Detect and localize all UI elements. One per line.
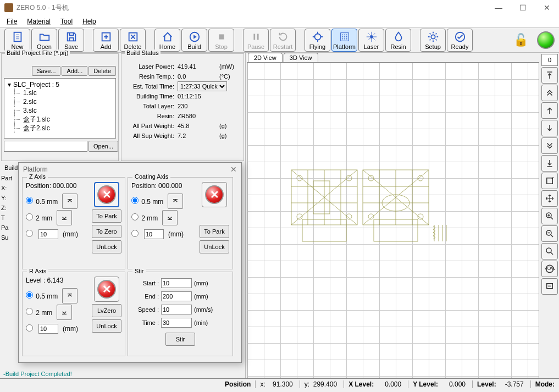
svg-text:NOW: NOW bbox=[545, 266, 555, 271]
laser-button[interactable]: Laser bbox=[358, 29, 384, 52]
bpf-open-button[interactable]: Open... bbox=[88, 141, 118, 152]
stop-button[interactable]: Stop bbox=[208, 29, 234, 52]
project-tree[interactable]: ▾SLC_Project : 5 1.slc 2.slc 3.slc 盒子1.s… bbox=[4, 78, 116, 139]
new-button[interactable]: New bbox=[4, 29, 30, 52]
menu-material[interactable]: Material bbox=[23, 16, 55, 26]
minimize-button[interactable]: — bbox=[491, 3, 506, 12]
c-unlock-button[interactable]: UnLock bbox=[200, 240, 229, 253]
z-custom-input[interactable] bbox=[38, 229, 58, 239]
z-unlock-button[interactable]: UnLock bbox=[92, 240, 121, 253]
z-opt-2[interactable]: 2 mm bbox=[26, 213, 52, 222]
r-opt-2[interactable]: 2 mm bbox=[26, 308, 52, 317]
dialog-close-button[interactable]: ✕ bbox=[230, 165, 237, 174]
r-stop-button[interactable]: ✕ bbox=[94, 277, 119, 302]
flying-button[interactable]: Flying bbox=[305, 29, 330, 52]
build-status-panel: Build Status Laser Power:419.41(mW) Resi… bbox=[121, 53, 244, 161]
z-up-button[interactable] bbox=[62, 194, 78, 209]
app-title: ZERO 5.0 - 1号机 bbox=[16, 3, 491, 13]
c-opt-05[interactable]: 0.5 mm bbox=[131, 197, 163, 206]
z-opt-custom[interactable] bbox=[26, 230, 34, 239]
z-topark-button[interactable]: To Park bbox=[92, 209, 121, 223]
status-led bbox=[537, 31, 555, 49]
log-button[interactable] bbox=[541, 278, 558, 295]
stir-speed-input[interactable] bbox=[161, 305, 192, 314]
page-down-button[interactable] bbox=[541, 137, 558, 154]
fit-button[interactable] bbox=[541, 173, 558, 189]
view-toolbar: NOW bbox=[540, 53, 559, 378]
r-up-button[interactable] bbox=[62, 288, 78, 303]
c-up-button[interactable] bbox=[168, 194, 183, 209]
setup-button[interactable]: Setup bbox=[420, 29, 446, 52]
r-custom-input[interactable] bbox=[38, 324, 58, 334]
bpf-delete-button[interactable]: Delete bbox=[88, 66, 116, 76]
c-custom-input[interactable] bbox=[144, 229, 164, 239]
stir-time-input[interactable] bbox=[161, 318, 192, 328]
c-stop-button[interactable]: ✕ bbox=[202, 182, 227, 207]
r-unlock-button[interactable]: UnLock bbox=[92, 319, 121, 333]
add-button[interactable]: Add bbox=[93, 29, 119, 52]
tab-2d-view[interactable]: 2D View bbox=[248, 53, 283, 62]
build-button[interactable]: Build bbox=[181, 29, 207, 52]
z-stop-button[interactable]: ✕ bbox=[94, 182, 119, 207]
delete-button[interactable]: Delete bbox=[120, 29, 146, 52]
platform-button[interactable]: Platform bbox=[331, 29, 357, 52]
c-opt-2[interactable]: 2 mm bbox=[131, 213, 158, 222]
stir-group: Stir Start :(mm) End :(mm) Speed :(mm/s)… bbox=[128, 272, 233, 356]
z-tozero-button[interactable]: To Zero bbox=[92, 225, 121, 238]
open-path-input[interactable] bbox=[4, 141, 87, 152]
close-button[interactable]: ✕ bbox=[539, 3, 555, 12]
zoom-reset-button[interactable] bbox=[541, 243, 558, 260]
svg-point-11 bbox=[346, 34, 347, 35]
menu-tool[interactable]: Tool bbox=[56, 16, 77, 26]
bpf-add-button[interactable]: Add... bbox=[62, 66, 87, 76]
menu-file[interactable]: File bbox=[2, 16, 21, 26]
z-down-button[interactable] bbox=[57, 210, 72, 225]
menu-help[interactable]: Help bbox=[78, 16, 101, 26]
tab-3d-view[interactable]: 3D View bbox=[284, 53, 318, 62]
est-time-select[interactable]: 1:27:33 Quick bbox=[178, 81, 227, 91]
stir-button[interactable]: Stir bbox=[165, 333, 195, 346]
goto-bottom-button[interactable] bbox=[541, 155, 558, 172]
c-opt-custom[interactable] bbox=[131, 230, 140, 239]
up-button[interactable] bbox=[541, 102, 558, 119]
home-button[interactable]: Home bbox=[154, 29, 180, 52]
zoom-out-button[interactable] bbox=[541, 225, 558, 242]
ready-button[interactable]: Ready bbox=[447, 29, 473, 52]
app-icon bbox=[4, 3, 13, 12]
stir-end-input[interactable] bbox=[161, 291, 192, 301]
now-button[interactable]: NOW bbox=[541, 261, 558, 277]
layer-input[interactable] bbox=[541, 54, 558, 66]
svg-point-19 bbox=[431, 35, 435, 38]
c-topark-button[interactable]: To Park bbox=[200, 225, 229, 238]
r-axis-group: R Axis Level : 6.143 0.5 mm 2 mm (mm) ✕ … bbox=[22, 272, 125, 356]
z-opt-05[interactable]: 0.5 mm bbox=[26, 197, 58, 206]
down-button[interactable] bbox=[541, 120, 558, 136]
r-lvzero-button[interactable]: LvZero bbox=[92, 304, 121, 317]
r-down-button[interactable] bbox=[57, 305, 72, 320]
save-button[interactable]: Save bbox=[58, 29, 84, 52]
pause-button[interactable]: Pause bbox=[243, 29, 269, 52]
svg-point-18 bbox=[370, 35, 373, 38]
svg-rect-25 bbox=[313, 181, 330, 214]
svg-point-38 bbox=[546, 248, 551, 253]
toolbar: New Open Save Add Delete Home Build Stop… bbox=[0, 27, 559, 53]
open-button[interactable]: Open bbox=[31, 29, 57, 52]
page-up-button[interactable] bbox=[541, 85, 558, 101]
status-message: -Build Project Completed! bbox=[0, 369, 75, 378]
build-project-file-panel: Build Project File (*.prj) Save... Add..… bbox=[1, 53, 119, 161]
goto-top-button[interactable] bbox=[541, 67, 558, 84]
bpf-save-button[interactable]: Save... bbox=[32, 66, 60, 76]
maximize-button[interactable]: ☐ bbox=[515, 3, 530, 12]
c-down-button[interactable] bbox=[162, 210, 178, 225]
stir-start-input[interactable] bbox=[161, 278, 192, 288]
r-opt-05[interactable]: 0.5 mm bbox=[26, 291, 58, 300]
pan-button[interactable] bbox=[541, 190, 558, 207]
svg-point-12 bbox=[342, 36, 343, 37]
lock-icon[interactable]: 🔓 bbox=[513, 33, 528, 47]
canvas-2d[interactable] bbox=[247, 62, 539, 378]
zoom-in-button[interactable] bbox=[541, 208, 558, 224]
restart-button[interactable]: Restart bbox=[270, 29, 296, 52]
r-opt-custom[interactable] bbox=[26, 324, 34, 333]
resin-button[interactable]: Resin bbox=[385, 29, 411, 52]
svg-point-14 bbox=[346, 36, 347, 37]
